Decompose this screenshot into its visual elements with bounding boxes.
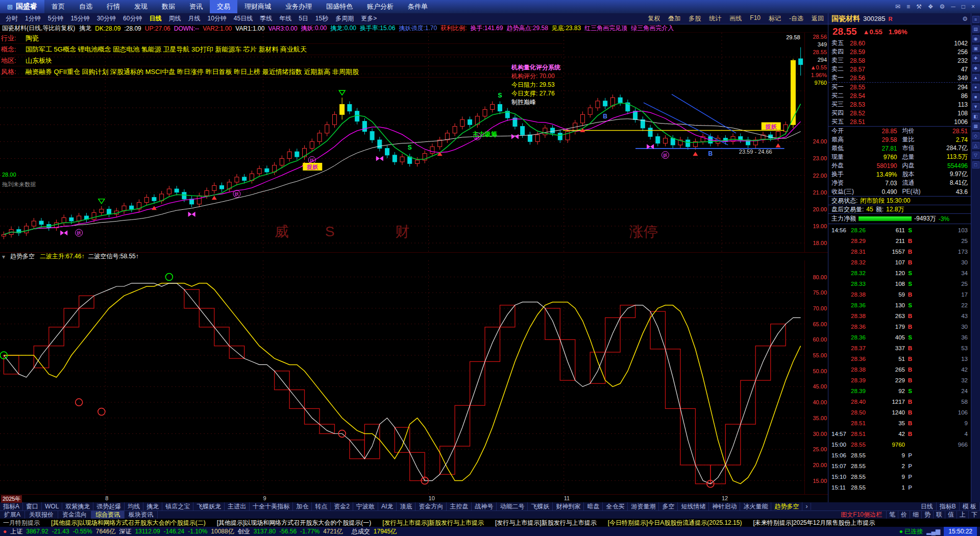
indicator-tab-15[interactable]: AI龙 — [378, 502, 397, 510]
period-item-16[interactable]: 更多> — [357, 14, 380, 23]
period-item-5[interactable]: 60分钟 — [119, 14, 145, 23]
indicator-tab-14[interactable]: 宁波敢 — [353, 502, 378, 510]
menu-item-10[interactable]: 账户分析 — [360, 0, 401, 13]
index-name-2[interactable]: 创业 — [238, 527, 250, 536]
indicator-tab-4[interactable]: 强势起爆 — [93, 502, 125, 510]
close-icon[interactable]: × — [971, 3, 975, 10]
info-tab-3[interactable]: 综合资讯 — [91, 510, 125, 519]
sell-row-2[interactable]: 卖三28.58232 — [831, 56, 968, 65]
chart-tool-0[interactable]: 复权 — [644, 14, 664, 23]
chart-tool-2[interactable]: 多股 — [684, 14, 705, 23]
menu-item-5[interactable]: 资讯 — [182, 0, 210, 13]
indicator-tab-26[interactable]: 多空 — [659, 502, 678, 510]
menu-item-2[interactable]: 行情 — [100, 0, 127, 13]
info-tab-0[interactable]: 扩展A — [0, 510, 25, 519]
indicator-tab-2[interactable]: WOL — [42, 503, 62, 510]
indicator-tab-20[interactable]: 动能二号 — [497, 502, 528, 510]
indicator-tab-30[interactable]: 趋势多空 — [771, 502, 802, 510]
right-strip-icon-13[interactable]: △ — [972, 142, 979, 149]
period-item-13[interactable]: 5日 — [295, 14, 312, 23]
indicator-tab-19[interactable]: 战神号 — [472, 502, 497, 510]
period-item-4[interactable]: 30分钟 — [93, 14, 119, 23]
right-strip-icon-7[interactable]: ● — [972, 84, 979, 91]
info-tab-1[interactable]: 关联报价 — [25, 510, 58, 519]
buy-row-4[interactable]: 买五28.511006 — [831, 117, 968, 126]
indicator-tab-18[interactable]: 主控盘 — [447, 502, 472, 510]
buy-row-3[interactable]: 买四28.52108 — [831, 109, 968, 117]
chart-tool-3[interactable]: 统计 — [705, 14, 725, 23]
chart-tool-1[interactable]: 叠加 — [664, 14, 684, 23]
buy-row-1[interactable]: 买二28.5486 — [831, 91, 968, 100]
indicator-right-tab-2[interactable]: 模 板 — [960, 502, 980, 510]
mini-tab-6[interactable]: 上 — [957, 510, 968, 519]
app-logo[interactable]: ⊞ 国盛睿 — [0, 0, 44, 13]
indicator-tab-22[interactable]: 财神到家 — [553, 502, 584, 510]
period-item-11[interactable]: 季线 — [256, 14, 276, 23]
menu-item-11[interactable]: 条件单 — [401, 0, 435, 13]
indicator-tab-17[interactable]: 资金方向 — [415, 502, 447, 510]
indicator-tab-8[interactable]: 飞蝶妖龙 — [193, 502, 225, 510]
indicator-tab-10[interactable]: 十全十美指标 — [250, 502, 293, 510]
chart-tool-7[interactable]: -自选 — [785, 14, 807, 23]
info-tab-4[interactable]: 板块资讯 — [125, 510, 158, 519]
period-item-9[interactable]: 10分钟 — [204, 14, 230, 23]
sell-row-0[interactable]: 卖五28.601042 — [831, 39, 968, 47]
menu-item-1[interactable]: 自选 — [72, 0, 100, 13]
indicator-tab-27[interactable]: 短线情绪 — [678, 502, 709, 510]
indicator-tabs-scroll-arrow[interactable]: › — [802, 503, 811, 510]
right-strip-icon-5[interactable]: ◆ — [972, 64, 979, 71]
menu-item-9[interactable]: 国盛特色 — [319, 0, 360, 13]
period-item-15[interactable]: 多周期 — [332, 14, 357, 23]
mini-tab-0[interactable]: 笔 — [886, 510, 898, 519]
right-strip-icon-14[interactable]: ▽ — [972, 152, 979, 159]
tools-icon[interactable]: ⚒ — [916, 3, 922, 10]
right-strip-icon-0[interactable]: ≡ — [972, 16, 979, 23]
news-hint-0[interactable]: 一月特别提示 — [3, 519, 40, 527]
collapse-icon[interactable]: ▾ — [2, 253, 5, 260]
index-name-0[interactable]: 上证 — [10, 527, 22, 536]
chart-tool-8[interactable]: 返回 — [807, 14, 828, 23]
indicator-tab-25[interactable]: 游资量潮 — [628, 502, 659, 510]
mini-tab-2[interactable]: 细 — [910, 510, 921, 519]
menu-item-0[interactable]: 首页 — [44, 0, 72, 13]
menu-icon[interactable]: ≡ — [906, 3, 910, 10]
menu-item-7[interactable]: 理财商城 — [237, 0, 278, 13]
indicator-tab-11[interactable]: 加仓 — [293, 502, 312, 510]
indicator-tab-21[interactable]: 飞蝶妖 — [528, 502, 553, 510]
period-item-7[interactable]: 周线 — [165, 14, 184, 23]
minimize-icon[interactable]: ─ — [951, 3, 955, 10]
indicator-tab-5[interactable]: 均线 — [125, 502, 143, 510]
period-item-6[interactable]: 日线 — [145, 14, 165, 23]
right-strip-icon-11[interactable]: ▦ — [972, 123, 979, 130]
indicator-tab-29[interactable]: 冰火量能 — [740, 502, 771, 510]
mini-tab-1[interactable]: 价 — [898, 510, 910, 519]
message-icon[interactable]: ✉ — [895, 3, 900, 10]
news-hint-2[interactable]: [其他提示]以现场和网络方式召开股东大会的个股提示(一) — [217, 519, 372, 527]
period-item-0[interactable]: 分时 — [2, 14, 21, 23]
indicator-tab-0[interactable]: 指标A — [0, 502, 23, 510]
right-strip-icon-3[interactable]: ▣ — [972, 45, 979, 52]
trend-chart[interactable] — [0, 260, 804, 494]
news-hint-3[interactable]: [发行与上市提示]新股发行与上市提示 — [382, 519, 484, 527]
indicator-tab-23[interactable]: 暗盘 — [584, 502, 603, 510]
sell-row-4[interactable]: 卖一28.56349 — [831, 74, 968, 82]
sell-row-3[interactable]: 卖二28.5747 — [831, 65, 968, 74]
period-item-14[interactable]: 15秒 — [312, 14, 332, 23]
indicator-right-tab-0[interactable]: 日线 — [918, 502, 937, 510]
indicator-tab-7[interactable]: 镇店之宝 — [162, 502, 193, 510]
chart-tool-5[interactable]: F10 — [746, 14, 765, 23]
indicator-tab-1[interactable]: 窗口 — [23, 502, 42, 510]
indicator-tab-6[interactable]: 擒龙 — [143, 502, 162, 510]
indicator-tab-13[interactable]: 资金2 — [331, 502, 353, 510]
right-strip-icon-15[interactable]: □ — [972, 161, 979, 168]
right-strip-icon-1[interactable]: ▤ — [972, 26, 979, 33]
indicator-tab-16[interactable]: 顶底 — [397, 502, 415, 510]
f10-sidebar-label[interactable]: 图文F10侧边栏 — [837, 510, 886, 519]
drag-future-hint[interactable]: 拖到未来数据 — [2, 181, 36, 188]
news-hint-6[interactable]: [未来特别提示]2025年12月限售股份上市提示 — [753, 519, 875, 527]
tick-list[interactable]: 14:5628.26611S10328.29211B2528.311557B17… — [828, 224, 971, 502]
apps-icon[interactable]: ❖ — [928, 3, 934, 10]
news-hint-5[interactable]: [今日特别提示]今日A股股份流通提示(2025.12.15) — [608, 519, 742, 527]
period-item-12[interactable]: 年线 — [276, 14, 295, 23]
menu-item-3[interactable]: 发现 — [127, 0, 155, 13]
